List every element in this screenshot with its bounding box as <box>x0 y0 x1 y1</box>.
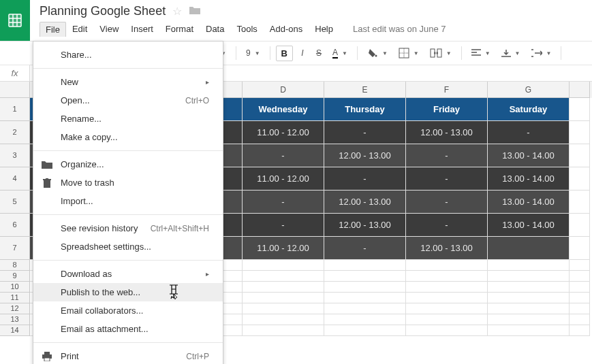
fill-color-button[interactable]: ▼ <box>363 45 392 61</box>
cell[interactable] <box>570 214 590 237</box>
menu-item-trash[interactable]: Move to trash <box>33 173 223 192</box>
cell[interactable]: Friday <box>406 98 488 121</box>
cell[interactable]: 11.00 - 12.00 <box>243 167 324 191</box>
column-header-g[interactable]: G <box>488 82 570 98</box>
row-header[interactable]: 3 <box>0 144 30 167</box>
menu-item-print[interactable]: PrintCtrl+P <box>33 347 223 364</box>
cell[interactable] <box>406 293 488 303</box>
cell[interactable]: - <box>324 167 406 191</box>
menu-format[interactable]: Format <box>159 21 200 37</box>
menu-file[interactable]: File <box>40 22 66 37</box>
cell[interactable] <box>324 271 406 282</box>
cell[interactable] <box>406 314 488 325</box>
cell[interactable] <box>570 314 590 325</box>
row-header[interactable]: 2 <box>0 121 30 144</box>
cell[interactable] <box>570 121 590 144</box>
menu-item-email-attachment[interactable]: Email as attachment... <box>33 320 223 338</box>
cell[interactable]: Wednesday <box>243 98 324 121</box>
cell[interactable] <box>324 325 406 336</box>
cell[interactable] <box>488 260 570 271</box>
cell[interactable]: 12.00 - 13.00 <box>324 191 406 214</box>
menu-item-import[interactable]: Import... <box>33 192 223 210</box>
row-header[interactable]: 8 <box>0 260 30 271</box>
text-color-button[interactable]: A▼ <box>328 45 352 61</box>
strikethrough-button[interactable]: S <box>312 46 326 61</box>
cell[interactable] <box>488 325 570 336</box>
cell[interactable]: 12.00 - 13.00 <box>406 237 488 260</box>
cell[interactable]: 11.00 - 12.00 <box>243 121 324 144</box>
star-icon[interactable]: ☆ <box>172 5 182 18</box>
cell[interactable] <box>324 293 406 303</box>
cell[interactable] <box>488 303 570 314</box>
row-header[interactable]: 5 <box>0 191 30 214</box>
cell[interactable]: - <box>406 144 488 167</box>
cell[interactable] <box>406 303 488 314</box>
menu-item-download-as[interactable]: Download as▸ <box>33 265 223 283</box>
bold-button[interactable]: B <box>276 46 293 61</box>
cell[interactable] <box>243 293 324 303</box>
menu-item-make-copy[interactable]: Make a copy... <box>33 128 223 146</box>
menu-tools[interactable]: Tools <box>230 21 263 37</box>
cell[interactable]: - <box>406 191 488 214</box>
cell[interactable] <box>324 314 406 325</box>
cell[interactable] <box>324 303 406 314</box>
column-header-d[interactable]: D <box>243 82 324 98</box>
row-header[interactable]: 13 <box>0 314 30 325</box>
cell[interactable]: 13.00 - 14.00 <box>488 144 570 167</box>
text-wrap-button[interactable]: ▼ <box>527 46 556 60</box>
menu-item-organize[interactable]: Organize... <box>33 155 223 173</box>
cell[interactable]: 13.00 - 14.00 <box>488 167 570 191</box>
menu-addons[interactable]: Add-ons <box>264 21 309 37</box>
font-size-selector[interactable]: 9▼ <box>242 46 264 61</box>
cell[interactable]: Saturday <box>488 98 570 121</box>
cell[interactable] <box>324 260 406 271</box>
row-header[interactable]: 14 <box>0 325 30 336</box>
menu-item-new[interactable]: New▸ <box>33 73 223 91</box>
cell[interactable] <box>406 271 488 282</box>
menu-item-spreadsheet-settings[interactable]: Spreadsheet settings... <box>33 237 223 256</box>
menu-help[interactable]: Help <box>309 21 339 37</box>
folder-icon[interactable] <box>189 5 201 17</box>
select-all-corner[interactable] <box>0 82 30 98</box>
menu-item-open[interactable]: Open...Ctrl+O <box>33 91 223 110</box>
row-header[interactable]: 10 <box>0 282 30 293</box>
cell[interactable]: - <box>243 144 324 167</box>
cell[interactable] <box>406 282 488 293</box>
cell[interactable] <box>570 191 590 214</box>
cell[interactable] <box>570 237 590 260</box>
horizontal-align-button[interactable]: ▼ <box>467 46 495 60</box>
cell[interactable] <box>488 271 570 282</box>
cell[interactable]: 12.00 - 13.00 <box>406 121 488 144</box>
cell[interactable] <box>570 98 590 121</box>
document-title[interactable]: Planning Google Sheet <box>40 4 166 18</box>
menu-item-share[interactable]: Share... <box>33 46 223 64</box>
cell[interactable] <box>570 303 590 314</box>
cell[interactable]: 12.00 - 13.00 <box>324 214 406 237</box>
cell[interactable] <box>324 282 406 293</box>
menu-item-revision-history[interactable]: See revision historyCtrl+Alt+Shift+H <box>33 219 223 237</box>
column-header-h[interactable] <box>570 82 590 98</box>
cell[interactable] <box>570 271 590 282</box>
menu-view[interactable]: View <box>93 21 125 37</box>
row-header[interactable]: 4 <box>0 167 30 191</box>
cell[interactable]: 13.00 - 14.00 <box>488 214 570 237</box>
cell[interactable] <box>570 325 590 336</box>
menu-item-publish-to-web[interactable]: Publish to the web... <box>33 283 223 301</box>
cell[interactable] <box>243 271 324 282</box>
sheets-logo[interactable] <box>0 0 30 41</box>
cell[interactable]: 11.00 - 12.00 <box>243 237 324 260</box>
cell[interactable]: - <box>243 214 324 237</box>
row-header[interactable]: 1 <box>0 98 30 121</box>
cell[interactable] <box>243 314 324 325</box>
cell[interactable] <box>570 260 590 271</box>
cell[interactable] <box>243 282 324 293</box>
cell[interactable] <box>570 144 590 167</box>
column-header-e[interactable]: E <box>324 82 406 98</box>
row-header[interactable]: 11 <box>0 293 30 303</box>
cell[interactable] <box>570 293 590 303</box>
row-header[interactable]: 9 <box>0 271 30 282</box>
cell[interactable]: - <box>406 214 488 237</box>
row-header[interactable]: 12 <box>0 303 30 314</box>
cell[interactable]: Thursday <box>324 98 406 121</box>
column-header-f[interactable]: F <box>406 82 488 98</box>
